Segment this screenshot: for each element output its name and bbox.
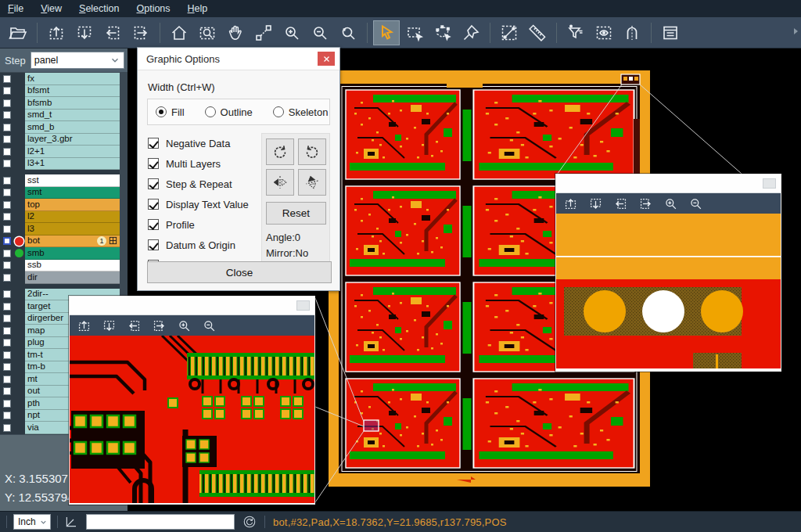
checkbox-step-repeat[interactable]: Step & Repeat — [148, 174, 261, 194]
measure-object-button[interactable] — [250, 20, 277, 45]
filter-button[interactable] — [562, 20, 589, 45]
mirror-horizontal-button[interactable] — [266, 169, 294, 196]
menu-options[interactable]: Options — [136, 3, 170, 14]
rotate-ccw-button[interactable] — [298, 138, 326, 165]
zoom-in-icon[interactable] — [177, 318, 192, 333]
layer-row-smd_b[interactable]: smd_b — [0, 121, 120, 134]
layer-checkbox[interactable] — [3, 213, 11, 221]
preview-title-bar[interactable] — [556, 174, 781, 193]
layer-row-bot[interactable]: bot1 — [0, 235, 120, 248]
radio-fill[interactable]: Fill — [156, 106, 185, 118]
pan-up-button[interactable] — [43, 20, 70, 45]
layer-checkbox[interactable] — [3, 400, 11, 408]
menu-help[interactable]: Help — [188, 3, 208, 14]
layer-name[interactable]: sst — [25, 174, 120, 187]
menu-view[interactable]: View — [41, 3, 62, 14]
layer-row-layer_3.gbr[interactable]: layer_3.gbr — [0, 134, 120, 146]
layer-name[interactable]: ssb — [25, 260, 120, 272]
checkbox-box[interactable] — [148, 199, 159, 210]
layer-checkbox[interactable] — [3, 363, 11, 371]
layer-name[interactable]: l3+1 — [25, 158, 120, 171]
report-list-button[interactable] — [657, 20, 684, 45]
zoom-out-icon[interactable] — [202, 318, 217, 333]
layer-checkbox[interactable] — [3, 387, 11, 395]
open-folder-button[interactable] — [5, 20, 31, 45]
layer-name[interactable]: l2+1 — [25, 146, 120, 158]
dialog-close-button[interactable] — [318, 52, 335, 66]
layer-row-bfsmb[interactable]: bfsmb — [0, 97, 120, 110]
snap-trace-button[interactable] — [619, 20, 645, 45]
layer-checkbox[interactable] — [3, 327, 11, 335]
measure-distance-button[interactable] — [496, 20, 523, 45]
zoom-window-button[interactable] — [194, 20, 221, 45]
checkbox-display-text-value[interactable]: Display Text Value — [148, 194, 261, 214]
dialog-title-bar[interactable]: Graphic Options — [138, 48, 339, 70]
close-button[interactable]: Close — [147, 261, 332, 283]
preview-title-bar[interactable] — [70, 297, 314, 315]
layer-name[interactable]: smt — [25, 187, 120, 200]
menu-file[interactable]: File — [8, 3, 23, 14]
zoom-previous-button[interactable] — [335, 20, 361, 45]
layer-checkbox[interactable] — [3, 290, 11, 298]
radio-circle[interactable] — [273, 106, 284, 117]
command-input[interactable] — [86, 514, 235, 530]
layer-name[interactable]: smd_b — [25, 121, 120, 134]
layer-checkbox[interactable] — [3, 75, 11, 83]
checkbox-profile[interactable]: Profile — [148, 214, 261, 235]
pan-right-button[interactable] — [128, 20, 154, 45]
layer-row-smb[interactable]: smb — [0, 247, 120, 260]
layer-name[interactable]: top — [25, 199, 120, 211]
layer-checkbox[interactable] — [3, 160, 11, 167]
corner-angle-icon[interactable] — [64, 515, 78, 529]
preview-window-button[interactable] — [296, 300, 310, 311]
view-inspect-button[interactable] — [591, 20, 617, 45]
layer-checkbox[interactable] — [3, 148, 11, 156]
layer-checkbox[interactable] — [3, 124, 11, 131]
layer-checkbox[interactable] — [3, 189, 11, 196]
checkbox-box[interactable] — [148, 219, 159, 230]
layer-name[interactable]: l2 — [25, 211, 120, 224]
layer-row-l3[interactable]: l3 — [0, 223, 120, 235]
toolbar-overflow-icon[interactable] — [794, 28, 798, 34]
layer-row-smd_t[interactable]: smd_t — [0, 110, 120, 122]
layer-name[interactable]: dir — [25, 271, 120, 284]
step-select[interactable]: panel — [31, 52, 124, 69]
layer-row-smt[interactable]: smt — [0, 187, 120, 200]
pan-up-icon[interactable] — [77, 318, 92, 333]
home-button[interactable] — [166, 20, 192, 45]
rotate-cw-button[interactable] — [266, 138, 294, 165]
layer-checkbox[interactable] — [3, 111, 11, 119]
layer-row-ssb[interactable]: ssb — [0, 260, 120, 272]
layer-name[interactable]: bfsmb — [25, 97, 120, 110]
zoom-out-button[interactable] — [307, 20, 333, 45]
brush-clean-button[interactable] — [458, 20, 484, 45]
layer-checkbox[interactable] — [3, 376, 11, 383]
pan-left-icon[interactable] — [613, 196, 628, 211]
preview-window-button[interactable] — [763, 178, 776, 189]
unit-select[interactable]: Inch — [13, 514, 51, 530]
layer-checkbox[interactable] — [3, 237, 11, 245]
checkbox-multi-layers[interactable]: Multi Layers — [148, 153, 261, 174]
hand-pan-button[interactable] — [222, 20, 249, 45]
layer-row-top[interactable]: top — [0, 199, 120, 211]
zoom-out-icon[interactable] — [688, 196, 703, 211]
layer-name[interactable]: l3 — [25, 223, 120, 235]
select-cursor-button[interactable] — [373, 20, 400, 45]
layer-checkbox[interactable] — [3, 99, 11, 107]
menu-selection[interactable]: Selection — [79, 3, 119, 14]
layer-checkbox[interactable] — [3, 274, 11, 282]
pan-right-icon[interactable] — [638, 196, 653, 211]
layer-checkbox[interactable] — [3, 177, 11, 185]
layer-row-sst[interactable]: sst — [0, 174, 120, 187]
rect-select-button[interactable] — [401, 20, 428, 45]
zoom-in-button[interactable] — [278, 20, 305, 45]
layer-name[interactable]: fx — [25, 73, 120, 85]
reset-button[interactable]: Reset — [266, 202, 326, 225]
layer-checkbox[interactable] — [3, 315, 11, 322]
layer-row-bfsmt[interactable]: bfsmt — [0, 85, 120, 98]
pan-down-icon[interactable] — [588, 196, 603, 211]
layer-checkbox[interactable] — [3, 261, 11, 269]
pan-right-icon[interactable] — [152, 318, 167, 333]
layer-checkbox[interactable] — [3, 87, 11, 95]
radio-skeleton[interactable]: Skeleton — [273, 106, 329, 118]
